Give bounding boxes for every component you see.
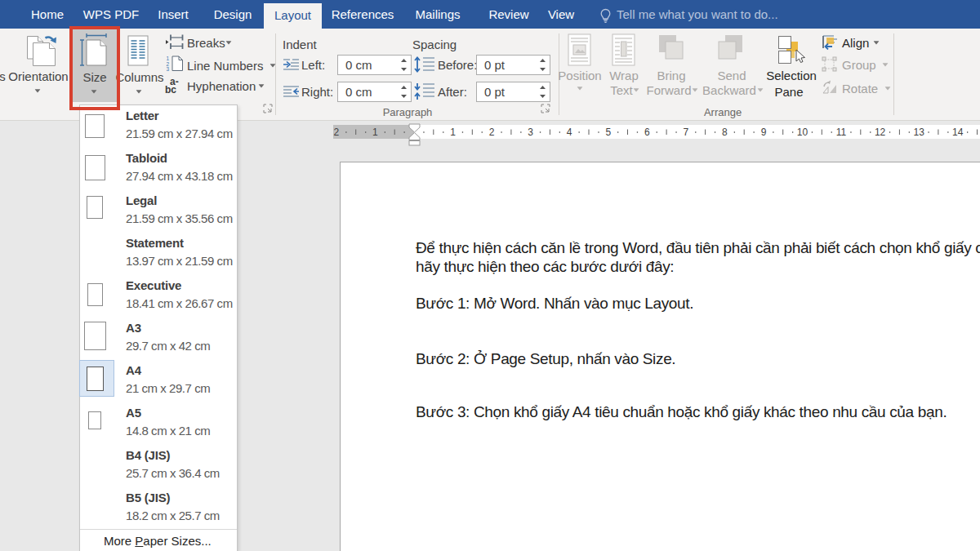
svg-text:9: 9 (761, 127, 767, 138)
svg-text:1: 1 (372, 127, 378, 138)
svg-text:12: 12 (875, 127, 886, 138)
svg-text:2: 2 (334, 127, 340, 138)
svg-text:3: 3 (528, 127, 533, 138)
svg-text:6: 6 (644, 127, 650, 138)
svg-text:8: 8 (722, 127, 728, 138)
svg-text:10: 10 (797, 127, 808, 138)
svg-text:4: 4 (567, 127, 572, 138)
svg-text:11: 11 (836, 127, 847, 138)
svg-text:14: 14 (952, 127, 964, 138)
svg-text:3: 3 (167, 66, 170, 72)
svg-text:bc: bc (165, 84, 176, 95)
svg-text:2: 2 (489, 127, 495, 138)
svg-text:13: 13 (914, 127, 925, 138)
svg-text:1: 1 (450, 127, 456, 138)
svg-text:7: 7 (683, 127, 688, 138)
svg-text:5: 5 (605, 127, 611, 138)
